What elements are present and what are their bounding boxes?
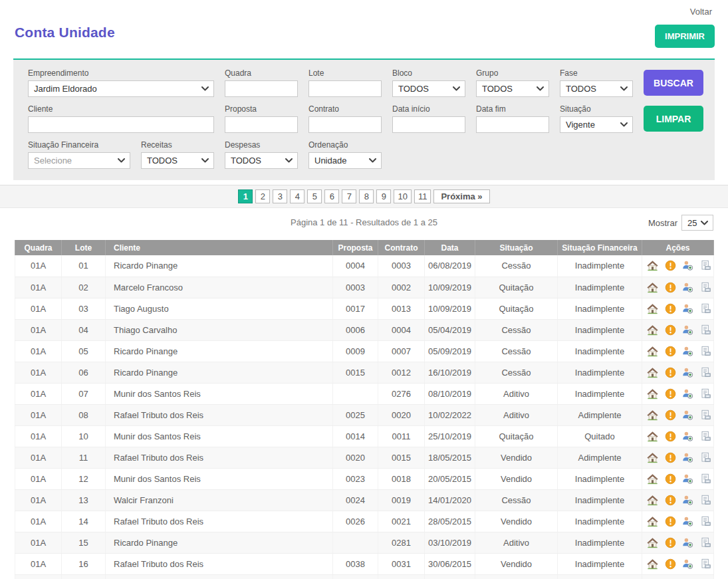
contrato-input[interactable] (308, 116, 382, 133)
home-icon[interactable] (647, 409, 658, 421)
alert-icon[interactable] (665, 495, 676, 506)
alert-icon[interactable] (665, 516, 676, 527)
client-add-icon[interactable] (682, 303, 693, 314)
alert-icon[interactable] (665, 324, 676, 336)
statement-icon[interactable] (700, 452, 711, 463)
client-add-icon[interactable] (682, 409, 693, 421)
field-data-inicio: Data início (392, 104, 465, 133)
statement-icon[interactable] (700, 324, 711, 336)
alert-icon[interactable] (665, 431, 676, 442)
alert-icon[interactable] (665, 473, 676, 485)
situacao-select[interactable]: Vigente (560, 116, 633, 133)
home-icon[interactable] (647, 346, 658, 357)
page-button-5[interactable]: 5 (307, 189, 322, 203)
alert-icon[interactable] (665, 282, 676, 293)
statement-icon[interactable] (700, 431, 711, 442)
page-button-8[interactable]: 8 (359, 189, 374, 203)
statement-icon[interactable] (700, 495, 711, 506)
client-add-icon[interactable] (682, 388, 693, 400)
data-inicio-input[interactable] (392, 116, 465, 133)
cell-situacao-financeira: Inadimplente (558, 340, 642, 362)
field-proposta: Proposta (225, 104, 298, 133)
page-button-7[interactable]: 7 (342, 189, 356, 203)
home-icon[interactable] (647, 537, 658, 548)
show-select[interactable]: 25 (681, 215, 713, 231)
client-add-icon[interactable] (682, 537, 693, 548)
statement-icon[interactable] (700, 409, 711, 421)
home-icon[interactable] (647, 495, 658, 506)
client-add-icon[interactable] (682, 282, 693, 293)
bloco-select[interactable]: TODOS (392, 80, 465, 97)
home-icon[interactable] (647, 516, 658, 527)
alert-icon[interactable] (665, 346, 676, 357)
home-icon[interactable] (647, 388, 658, 400)
statement-icon[interactable] (700, 367, 711, 378)
cell-acoes (642, 277, 714, 298)
empreendimento-select[interactable]: Jardim Eldorado (28, 80, 214, 97)
ordenacao-select[interactable]: Unidade (308, 152, 382, 169)
home-icon[interactable] (647, 260, 658, 271)
alert-icon[interactable] (665, 303, 676, 314)
despesas-select[interactable]: TODOS (225, 152, 298, 169)
alert-icon[interactable] (665, 367, 676, 378)
alert-icon[interactable] (665, 452, 676, 463)
fase-select[interactable]: TODOS (560, 80, 633, 97)
alert-icon[interactable] (665, 409, 676, 421)
home-icon[interactable] (647, 558, 658, 570)
home-icon[interactable] (647, 282, 658, 293)
statement-icon[interactable] (700, 282, 711, 293)
client-add-icon[interactable] (682, 452, 693, 463)
client-add-icon[interactable] (682, 473, 693, 485)
receitas-select[interactable]: TODOS (141, 152, 214, 169)
statement-icon[interactable] (700, 537, 711, 548)
situacao-financeira-value: Selecione (34, 156, 72, 166)
lote-input[interactable] (308, 80, 382, 97)
alert-icon[interactable] (665, 388, 676, 400)
page-button-1[interactable]: 1 (238, 189, 253, 203)
page-button-2[interactable]: 2 (255, 189, 270, 203)
quadra-input[interactable] (225, 80, 298, 97)
page-button-11[interactable]: 11 (414, 189, 431, 203)
client-add-icon[interactable] (682, 558, 693, 570)
next-page-button[interactable]: Próxima » (433, 189, 489, 203)
home-icon[interactable] (647, 303, 658, 314)
statement-icon[interactable] (700, 346, 711, 357)
statement-icon[interactable] (700, 473, 711, 485)
client-add-icon[interactable] (682, 324, 693, 336)
home-icon[interactable] (647, 452, 658, 463)
data-fim-input[interactable] (476, 116, 549, 133)
client-add-icon[interactable] (682, 431, 693, 442)
statement-icon[interactable] (700, 388, 711, 400)
home-icon[interactable] (647, 431, 658, 442)
home-icon[interactable] (647, 324, 658, 336)
table-row: 01A 03 Tiago Augusto 0017 0013 10/09/201… (15, 298, 714, 319)
statement-icon[interactable] (700, 260, 711, 271)
client-add-icon[interactable] (682, 367, 693, 378)
client-add-icon[interactable] (682, 346, 693, 357)
alert-icon[interactable] (665, 260, 676, 271)
client-add-icon[interactable] (682, 495, 693, 506)
statement-icon[interactable] (700, 558, 711, 570)
home-icon[interactable] (647, 473, 658, 485)
alert-icon[interactable] (665, 537, 676, 548)
home-icon[interactable] (647, 367, 658, 378)
cell-situacao-financeira: Inadimplente (558, 511, 642, 532)
page-button-3[interactable]: 3 (273, 189, 287, 203)
alert-icon[interactable] (665, 558, 676, 570)
statement-icon[interactable] (700, 516, 711, 527)
situacao-financeira-select[interactable]: Selecione (28, 152, 130, 169)
page-button-9[interactable]: 9 (376, 189, 391, 203)
statement-icon[interactable] (700, 303, 711, 314)
buscar-button[interactable]: BUSCAR (644, 70, 703, 96)
limpar-button[interactable]: LIMPAR (644, 106, 703, 132)
print-button[interactable]: IMPRIMIR (655, 25, 715, 48)
back-link[interactable]: Voltar (690, 7, 712, 17)
cliente-input[interactable] (28, 116, 214, 133)
client-add-icon[interactable] (682, 260, 693, 271)
page-button-6[interactable]: 6 (324, 189, 339, 203)
page-button-4[interactable]: 4 (290, 189, 304, 203)
client-add-icon[interactable] (682, 516, 693, 527)
grupo-select[interactable]: TODOS (476, 80, 549, 97)
page-button-10[interactable]: 10 (394, 189, 411, 203)
proposta-input[interactable] (225, 116, 298, 133)
